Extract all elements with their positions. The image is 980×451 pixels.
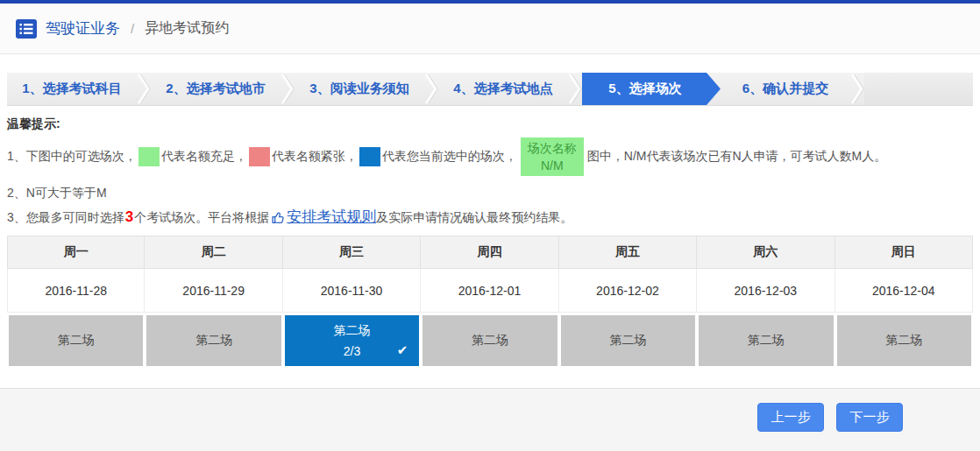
chevron-separator-icon	[568, 73, 582, 105]
list-icon	[16, 19, 37, 39]
date-cell: 2016-11-30	[283, 269, 421, 313]
tab-step-6[interactable]: 6、确认并提交	[721, 73, 850, 105]
date-cell: 2016-12-01	[421, 269, 558, 313]
tip-line-1: 1、下图中的可选场次， 代表名额充足， 代表名额紧张， 代表您当前选中的场次， …	[7, 136, 973, 178]
session-sample-box: 场次名称 N/M	[521, 137, 584, 176]
session-label: 第二场	[334, 323, 371, 339]
session-sample-title: 场次名称	[528, 139, 577, 157]
tab-step-5-active[interactable]: 5、选择场次	[582, 73, 721, 105]
tip3-post-text: 及实际申请情况确认最终预约结果。	[376, 206, 572, 229]
tip1-pre-text: 1、下图中的可选场次，	[7, 149, 137, 165]
weekday-header: 周二	[145, 236, 282, 269]
session-cell-tue[interactable]: 第二场	[146, 315, 281, 366]
page-header: 驾驶证业务 / 异地考试预约	[0, 4, 980, 54]
tab-step-4[interactable]: 4、选择考试地点	[438, 73, 568, 105]
tip1-post-text: 图中，N/M代表该场次已有N人申请，可考试人数M人。	[587, 149, 886, 165]
tip1-red-text: 代表名额紧张，	[272, 149, 358, 165]
tab-step-3[interactable]: 3、阅读业务须知	[295, 73, 424, 105]
session-sample-value: N/M	[528, 157, 577, 174]
session-cell-fri[interactable]: 第二场	[561, 315, 695, 366]
tab-step-2[interactable]: 2、选择考试地市	[151, 73, 281, 105]
tip3-pre-text: 3、您最多可同时选择	[7, 206, 124, 229]
session-cell-sun[interactable]: 第二场	[837, 315, 971, 366]
session-cell-sat[interactable]: 第二场	[699, 315, 833, 366]
quota-tight-swatch	[249, 147, 270, 166]
tips-section: 温馨提示: 1、下图中的可选场次， 代表名额充足， 代表名额紧张， 代表您当前选…	[7, 116, 973, 229]
session-cell-thu[interactable]: 第二场	[423, 315, 557, 366]
checkmark-icon: ✔	[397, 342, 408, 358]
breadcrumb-current-page: 异地考试预约	[145, 19, 229, 38]
chevron-separator-icon	[424, 73, 438, 105]
session-cell-wed-selected[interactable]: 第二场 2/3 ✔	[285, 315, 419, 366]
breadcrumb-business-type[interactable]: 驾驶证业务	[46, 18, 120, 39]
breadcrumb-separator: /	[131, 21, 134, 36]
session-quota: 2/3	[344, 344, 360, 358]
date-cell: 2016-12-04	[835, 269, 973, 313]
date-cell: 2016-12-03	[697, 269, 834, 313]
session-cell-mon[interactable]: 第二场	[9, 315, 143, 366]
tip1-blue-text: 代表您当前选中的场次，	[382, 149, 517, 165]
weekday-header: 周五	[559, 236, 697, 269]
date-cell: 2016-11-28	[7, 269, 145, 313]
weekday-header-row: 周一 周二 周三 周四 周五 周六 周日	[7, 236, 973, 269]
step-tabbar: 1、选择考试科目 2、选择考试地市 3、阅读业务须知 4、选择考试地点 5、选择…	[7, 73, 973, 106]
quota-sufficient-swatch	[138, 147, 160, 166]
footer-bar: 上一步 下一步	[0, 388, 980, 451]
tabbar-filler	[864, 73, 973, 105]
weekday-header: 周一	[7, 236, 145, 269]
thumb-up-icon	[271, 210, 286, 225]
date-cell: 2016-12-02	[559, 269, 697, 313]
chevron-separator-icon	[850, 73, 864, 105]
chevron-separator-icon	[137, 73, 151, 105]
date-cell: 2016-11-29	[145, 269, 282, 313]
tip-line-3: 3、您最多可同时选择 3 个考试场次。平台将根据 安排考试规则 及实际申请情况确…	[7, 206, 973, 229]
weekday-header: 周三	[283, 236, 421, 269]
session-schedule-table: 周一 周二 周三 周四 周五 周六 周日 2016-11-28 2016-11-…	[7, 236, 973, 369]
tip-line-2: 2、N可大于等于M	[7, 183, 973, 202]
weekday-header: 周六	[697, 236, 834, 269]
weekday-header: 周四	[421, 236, 558, 269]
exam-rule-link[interactable]: 安排考试规则	[287, 206, 376, 229]
chevron-separator-icon	[281, 73, 295, 105]
weekday-header: 周日	[835, 236, 973, 269]
max-session-count: 3	[124, 206, 134, 229]
current-selected-swatch	[359, 147, 380, 166]
tip3-mid-text: 个考试场次。平台将根据	[134, 206, 269, 229]
date-row: 2016-11-28 2016-11-29 2016-11-30 2016-12…	[7, 269, 973, 313]
tips-heading: 温馨提示:	[7, 116, 973, 132]
prev-step-button[interactable]: 上一步	[757, 403, 824, 432]
tip1-green-text: 代表名额充足，	[161, 149, 247, 165]
next-step-button[interactable]: 下一步	[836, 403, 903, 432]
session-row: 第二场 第二场 第二场 2/3 ✔ 第二场 第二场 第二场 第二场	[7, 313, 973, 369]
tab-step-1[interactable]: 1、选择考试科目	[7, 73, 137, 105]
